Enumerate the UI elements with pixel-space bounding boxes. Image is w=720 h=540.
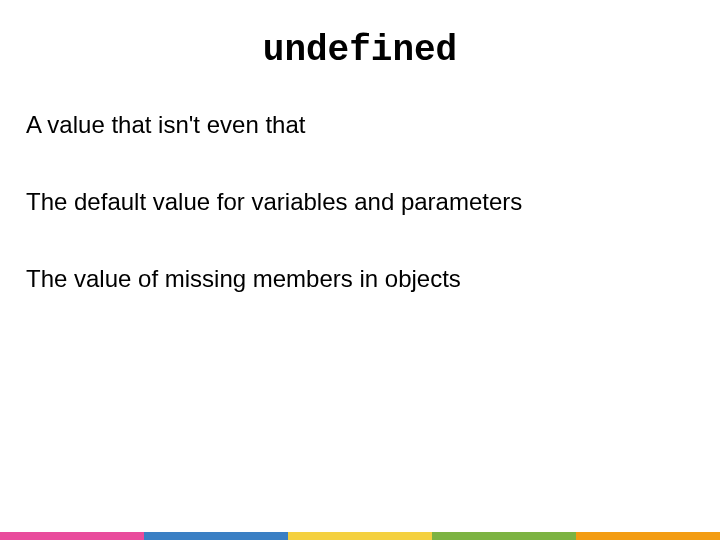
slide-title: undefined	[0, 0, 720, 91]
footer-color-bar	[0, 532, 720, 540]
slide-content: A value that isn't even that The default…	[0, 109, 720, 295]
color-segment-yellow	[288, 532, 432, 540]
color-segment-blue	[144, 532, 288, 540]
bullet-point: The value of missing members in objects	[26, 263, 690, 294]
slide-container: undefined A value that isn't even that T…	[0, 0, 720, 540]
color-segment-pink	[0, 532, 144, 540]
bullet-point: A value that isn't even that	[26, 109, 690, 140]
bullet-point: The default value for variables and para…	[26, 186, 690, 217]
color-segment-orange	[576, 532, 720, 540]
color-segment-green	[432, 532, 576, 540]
